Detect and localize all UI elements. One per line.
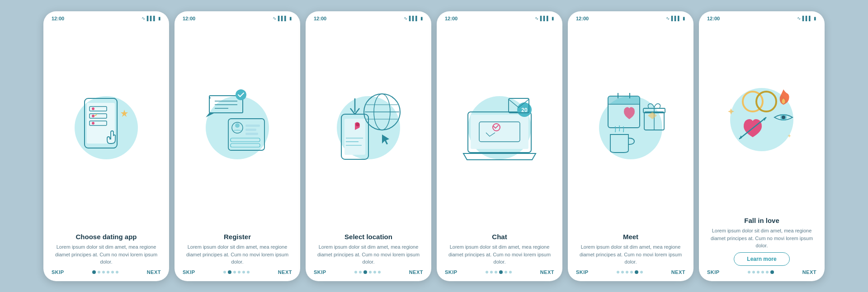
illustration-area: [43, 23, 169, 233]
svg-text:20: 20: [521, 107, 528, 113]
illustration-area: 20: [437, 23, 562, 233]
svg-rect-12: [245, 125, 260, 127]
dot-0: [354, 271, 357, 273]
next-button[interactable]: NEXT: [671, 269, 685, 275]
status-time: 12:00: [314, 16, 326, 21]
dot-1: [490, 271, 493, 273]
svg-point-47: [782, 116, 785, 119]
skip-button[interactable]: SKIP: [314, 269, 326, 275]
progress-dots: [354, 270, 381, 274]
screen-body: Lorem ipsum dolor sit dim amet, mea regi…: [306, 243, 431, 266]
dot-4: [766, 271, 769, 273]
status-icons: ∿ ▌▌▌ ▮: [535, 16, 554, 21]
dot-5: [116, 271, 118, 273]
status-icons: ∿ ▌▌▌ ▮: [666, 16, 685, 21]
bottom-nav: SKIP NEXT: [306, 266, 431, 281]
dot-3: [630, 271, 633, 273]
phone-screen-4: 12:00 ∿ ▌▌▌ ▮ 20: [437, 11, 562, 281]
dot-3: [369, 271, 372, 273]
next-button[interactable]: NEXT: [540, 269, 554, 275]
status-time: 12:00: [183, 16, 195, 21]
status-bar: 12:00 ∿ ▌▌▌ ▮: [175, 11, 300, 23]
screen-body: Lorem ipsum dolor sit dim amet, mea regi…: [175, 243, 300, 266]
skip-button[interactable]: SKIP: [445, 269, 458, 275]
battery-icon: ▮: [158, 16, 161, 21]
dot-2: [363, 270, 367, 274]
svg-rect-15: [231, 138, 260, 142]
status-bar: 12:00 ∿ ▌▌▌ ▮: [568, 11, 693, 23]
signal-icon: ▌▌▌: [540, 16, 550, 21]
dot-3: [761, 271, 764, 273]
status-icons: ∿ ▌▌▌ ▮: [404, 16, 423, 21]
svg-point-25: [356, 123, 359, 126]
status-bar: 12:00 ∿ ▌▌▌ ▮: [43, 11, 169, 23]
dot-1: [228, 270, 231, 274]
dot-5: [640, 271, 643, 273]
illustration-area: [306, 23, 431, 233]
status-time: 12:00: [445, 16, 458, 21]
svg-rect-13: [245, 129, 256, 131]
bottom-nav: SKIP NEXT: [43, 266, 169, 281]
dot-4: [505, 271, 507, 273]
dot-1: [621, 271, 624, 273]
bottom-nav: SKIP NEXT: [568, 266, 693, 281]
svg-point-8: [236, 89, 246, 100]
skip-button[interactable]: SKIP: [52, 269, 64, 275]
battery-icon: ▮: [420, 16, 423, 21]
dot-3: [238, 271, 241, 273]
screen-title: Chat: [486, 233, 513, 241]
status-bar: 12:00 ∿ ▌▌▌ ▮: [699, 11, 825, 23]
next-button[interactable]: NEXT: [802, 269, 816, 275]
wifi-icon: ∿: [666, 16, 670, 21]
signal-icon: ▌▌▌: [802, 16, 812, 21]
progress-dots: [486, 270, 512, 274]
svg-rect-16: [231, 144, 260, 147]
status-bar: 12:00 ∿ ▌▌▌ ▮: [437, 11, 562, 23]
wifi-icon: ∿: [273, 16, 276, 21]
signal-icon: ▌▌▌: [671, 16, 681, 21]
screen-title: Fall in love: [738, 217, 786, 224]
dot-0: [486, 271, 488, 273]
wifi-icon: ∿: [404, 16, 407, 21]
skip-button[interactable]: SKIP: [576, 269, 589, 275]
signal-icon: ▌▌▌: [409, 16, 419, 21]
dot-3: [499, 270, 503, 274]
illustration-area: [175, 23, 300, 233]
status-time: 12:00: [52, 16, 64, 21]
dot-4: [635, 270, 638, 274]
svg-rect-36: [608, 96, 640, 104]
next-button[interactable]: NEXT: [147, 269, 161, 275]
bottom-nav: SKIP NEXT: [699, 266, 825, 281]
dot-2: [757, 271, 760, 273]
dot-1: [752, 271, 755, 273]
status-time: 12:00: [576, 16, 589, 21]
dot-4: [111, 271, 114, 273]
learn-more-button[interactable]: Learn more: [734, 252, 789, 266]
phone-screen-6: 12:00 ∿ ▌▌▌ ▮: [699, 11, 825, 281]
phone-screen-5: 12:00 ∿ ▌▌▌ ▮: [568, 11, 693, 281]
illustration: [717, 77, 807, 162]
screens-container: 12:00 ∿ ▌▌▌ ▮: [33, 3, 835, 289]
status-bar: 12:00 ∿ ▌▌▌ ▮: [306, 11, 431, 23]
dot-5: [247, 271, 250, 273]
illustration: [323, 85, 414, 171]
wifi-icon: ∿: [142, 16, 145, 21]
dot-4: [373, 271, 376, 273]
skip-button[interactable]: SKIP: [183, 269, 195, 275]
status-time: 12:00: [707, 16, 720, 21]
dot-2: [626, 271, 628, 273]
next-button[interactable]: NEXT: [278, 269, 292, 275]
illustration: [585, 85, 676, 171]
skip-button[interactable]: SKIP: [707, 269, 720, 275]
illustration-area: [568, 23, 693, 233]
progress-dots: [617, 270, 643, 274]
screen-body: Lorem ipsum dolor sit dim amet, mea regi…: [43, 243, 169, 266]
dot-2: [495, 271, 497, 273]
wifi-icon: ∿: [535, 16, 538, 21]
dot-3: [107, 271, 109, 273]
dot-5: [509, 271, 512, 273]
signal-icon: ▌▌▌: [278, 16, 288, 21]
next-button[interactable]: NEXT: [409, 269, 423, 275]
progress-dots: [223, 270, 250, 274]
dot-1: [359, 271, 362, 273]
